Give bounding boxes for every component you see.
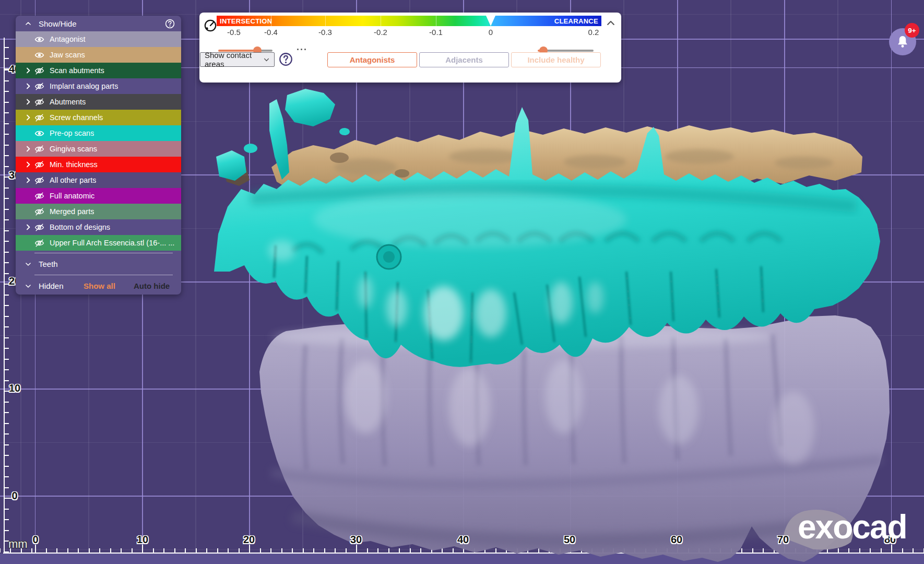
layer-row-gingiva-scans[interactable]: Gingiva scans bbox=[16, 141, 181, 157]
panel-title: Show/Hide bbox=[39, 19, 165, 28]
antagonists-button[interactable]: Antagonists bbox=[327, 52, 417, 67]
eye-off-icon[interactable] bbox=[34, 207, 44, 217]
ruler-label: 0 bbox=[7, 490, 22, 502]
chevron-right-icon[interactable] bbox=[23, 161, 33, 168]
chevron-down-icon[interactable] bbox=[23, 283, 33, 290]
scale-tick: -0.5 bbox=[227, 28, 241, 37]
ruler-label: 40 bbox=[452, 534, 475, 546]
intersection-label: INTERSECTION bbox=[220, 17, 272, 25]
divider bbox=[34, 275, 173, 275]
clearance-label: CLEARANCE bbox=[554, 17, 598, 25]
chevron-right-icon[interactable] bbox=[23, 83, 33, 90]
eye-off-icon[interactable] bbox=[34, 160, 44, 170]
layer-row-scan-abutments[interactable]: Scan abutments bbox=[16, 63, 181, 78]
distance-toolbar: INTERSECTION CLEARANCE -0.5 -0.4 -0.3 -0… bbox=[199, 13, 621, 83]
chevron-right-icon[interactable] bbox=[23, 67, 33, 74]
scale-tick: 0.2 bbox=[588, 28, 599, 37]
auto-hide-button[interactable]: Auto hide bbox=[134, 281, 170, 290]
eye-icon[interactable] bbox=[34, 50, 44, 60]
layer-row-merged-parts[interactable]: Merged parts bbox=[16, 204, 181, 219]
help-icon[interactable] bbox=[279, 52, 293, 66]
chevron-right-icon[interactable] bbox=[23, 114, 33, 121]
layer-row-screw-channels[interactable]: Screw channels bbox=[16, 110, 181, 125]
eye-off-icon[interactable] bbox=[34, 144, 44, 154]
eye-off-icon[interactable] bbox=[34, 113, 44, 123]
eye-off-icon[interactable] bbox=[34, 191, 44, 201]
ruler-label: 10 bbox=[7, 382, 22, 394]
adjacents-button[interactable]: Adjacents bbox=[419, 52, 509, 67]
layer-row-bottom-of-designs[interactable]: Bottom of designs bbox=[16, 219, 181, 235]
ruler-label: 30 bbox=[345, 534, 368, 546]
notification-badge: 9+ bbox=[905, 23, 919, 38]
more-dots: ... bbox=[297, 42, 307, 53]
divider bbox=[34, 253, 173, 253]
scale-tick: -0.2 bbox=[374, 28, 387, 37]
scale-tick: -0.1 bbox=[429, 28, 443, 37]
layer-row-jaw-scans[interactable]: Jaw scans bbox=[16, 47, 181, 63]
layer-row-antagonist[interactable]: Antagonist bbox=[16, 31, 181, 47]
eye-off-icon[interactable] bbox=[34, 175, 44, 185]
eye-off-icon[interactable] bbox=[34, 81, 44, 91]
layer-row-full-anatomic[interactable]: Full anatomic bbox=[16, 188, 181, 204]
show-hide-header[interactable]: Show/Hide bbox=[16, 16, 181, 31]
show-all-button[interactable]: Show all bbox=[84, 281, 115, 290]
ruler-label: 50 bbox=[558, 534, 581, 546]
collapse-toolbar-icon[interactable] bbox=[606, 18, 616, 28]
help-icon[interactable] bbox=[165, 19, 175, 29]
teeth-section-header[interactable]: Teeth bbox=[16, 255, 181, 273]
eye-off-icon[interactable] bbox=[34, 66, 44, 76]
layer-row-min-thickness[interactable]: Min. thickness bbox=[16, 157, 181, 172]
chevron-right-icon[interactable] bbox=[23, 98, 33, 105]
eye-icon[interactable] bbox=[34, 34, 44, 44]
application-window: mm 0 10 20 30 40 50 60 70 80 40 30 20 10… bbox=[0, 0, 924, 564]
clearance-range-slider[interactable] bbox=[538, 50, 594, 52]
gauge-icon[interactable] bbox=[204, 19, 217, 32]
eye-off-icon[interactable] bbox=[34, 97, 44, 107]
layer-row-implant-analog-parts[interactable]: Implant analog parts bbox=[16, 78, 181, 94]
ruler-label: 70 bbox=[772, 534, 795, 546]
eye-off-icon[interactable] bbox=[34, 222, 44, 232]
layer-row-upper-full-arch[interactable]: Upper Full Arch Essencia.stl (16-... ... bbox=[16, 235, 181, 251]
layer-row-pre-op-scans[interactable]: Pre-op scans bbox=[16, 125, 181, 141]
chevron-down-icon bbox=[263, 56, 270, 63]
include-healthy-button[interactable]: Include healthy bbox=[511, 52, 601, 67]
ruler-label: 20 bbox=[238, 534, 260, 546]
layer-row-all-other-parts[interactable]: All other parts bbox=[16, 172, 181, 188]
scale-tick: -0.3 bbox=[318, 28, 332, 37]
scale-tick: 0 bbox=[489, 28, 493, 37]
ruler-label: 0 bbox=[24, 534, 47, 546]
chevron-right-icon[interactable] bbox=[23, 224, 33, 231]
scale-tick: -0.4 bbox=[264, 28, 278, 37]
hidden-section-header[interactable]: Hidden Show all Auto hide bbox=[16, 277, 181, 295]
ruler-label: 10 bbox=[131, 534, 154, 546]
eye-icon[interactable] bbox=[34, 128, 44, 138]
eye-off-icon[interactable] bbox=[34, 238, 44, 248]
bell-icon bbox=[895, 34, 910, 49]
layer-row-abutments[interactable]: Abutments bbox=[16, 94, 181, 110]
chevron-right-icon[interactable] bbox=[23, 177, 33, 184]
chevron-up-icon[interactable] bbox=[23, 20, 33, 27]
exocad-logo: exocad bbox=[798, 508, 907, 546]
ruler-label: 60 bbox=[665, 534, 688, 546]
show-hide-panel: Show/Hide Antagonist Jaw scans Scan abut… bbox=[16, 16, 181, 295]
scan-abutment-marker bbox=[377, 245, 401, 269]
notifications[interactable]: 9+ bbox=[889, 28, 916, 55]
contact-areas-dropdown[interactable]: Show contact areas bbox=[200, 52, 275, 67]
scale-zero-notch bbox=[486, 16, 495, 26]
chevron-down-icon[interactable] bbox=[23, 261, 33, 268]
chevron-right-icon[interactable] bbox=[23, 145, 33, 152]
distance-color-scale bbox=[217, 16, 601, 26]
